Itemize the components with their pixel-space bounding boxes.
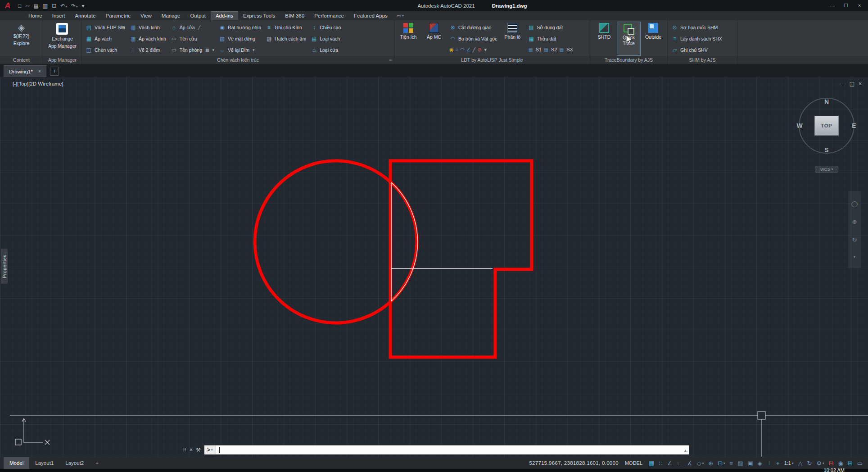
tab-add-ins[interactable]: Add-ins bbox=[211, 11, 238, 20]
clean-screen-icon[interactable]: ▭ bbox=[857, 460, 863, 466]
panel-label-shm[interactable]: SHM by AJS bbox=[668, 56, 737, 64]
button-ghi-chu-shv[interactable]: ▱Ghi chú SHV bbox=[670, 44, 723, 55]
new-drawing-tab-button[interactable]: + bbox=[50, 67, 59, 76]
redo-icon[interactable]: ↷▾ bbox=[71, 3, 78, 9]
lineweight-icon[interactable]: ≡ bbox=[730, 460, 733, 466]
viewcube-wcs-menu[interactable]: WCS ▾ bbox=[815, 166, 838, 172]
object-snap-icon[interactable]: ⊡▾ bbox=[718, 460, 725, 466]
button-ap-cua[interactable]: ⌂Áp cửa╱ bbox=[169, 22, 216, 33]
tab-view[interactable]: View bbox=[136, 11, 157, 20]
viewport-restore-icon[interactable]: ◱ bbox=[850, 81, 854, 87]
circle-mini-icon[interactable]: ◉ bbox=[449, 47, 454, 52]
command-customize-icon[interactable]: ⚒ bbox=[196, 447, 201, 453]
close-button[interactable]: × bbox=[853, 0, 866, 11]
angle-mini-icon[interactable]: ∠ bbox=[466, 47, 471, 52]
line-mini-icon[interactable]: ╱ bbox=[473, 47, 476, 52]
tab-express-tools[interactable]: Express Tools bbox=[238, 11, 280, 20]
viewport-minimize-icon[interactable]: — bbox=[840, 81, 845, 87]
viewcube-south[interactable]: S bbox=[824, 146, 828, 154]
button-ap-vach[interactable]: ▦Áp vách bbox=[84, 33, 127, 44]
tab-featured-apps[interactable]: Featured Apps bbox=[349, 11, 393, 20]
zoom-icon[interactable]: ⊕ bbox=[852, 219, 857, 225]
outside-button[interactable]: Outside bbox=[642, 22, 665, 56]
button-cat-duong-giao[interactable]: ⊗Cắt đường giao bbox=[448, 22, 498, 33]
dynamic-input-icon[interactable]: + bbox=[776, 460, 780, 466]
button-vach-eup-sw[interactable]: ▤Vách EUP SW bbox=[84, 22, 127, 33]
model-space-label[interactable]: MODEL bbox=[625, 460, 642, 466]
open-file-icon[interactable]: ▱ bbox=[25, 3, 29, 9]
command-close-icon[interactable]: × bbox=[190, 447, 193, 453]
qat-dropdown-icon[interactable]: ▾ bbox=[81, 3, 84, 9]
steering-wheel-icon[interactable]: ◯ bbox=[851, 201, 858, 207]
command-grip-icon[interactable]: ⠿ bbox=[183, 447, 186, 453]
layout-tab-model[interactable]: Model bbox=[4, 457, 29, 469]
viewcube-west[interactable]: W bbox=[796, 122, 802, 129]
grid-toggle-icon[interactable]: ▦ bbox=[649, 460, 654, 466]
plot-icon[interactable]: ⊟ bbox=[52, 3, 56, 9]
viewcube-top-face[interactable]: TOP bbox=[814, 116, 839, 136]
grid-mini-icon[interactable]: ▦ bbox=[205, 48, 209, 52]
tab-insert[interactable]: Insert bbox=[47, 11, 70, 20]
button-ap-vach-kinh[interactable]: ▥Áp vách kính bbox=[128, 33, 167, 44]
trim-mini-icon[interactable]: ⊘ bbox=[477, 47, 481, 52]
graphics-performance-icon[interactable]: ⊞ bbox=[848, 460, 853, 466]
isodraft-icon[interactable]: ◇▾ bbox=[697, 460, 704, 466]
tab-home[interactable]: Home bbox=[23, 11, 47, 20]
tab-bim-360[interactable]: BIM 360 bbox=[280, 11, 309, 20]
recent-commands-icon[interactable]: ▴ bbox=[684, 448, 687, 453]
viewport-controls-label[interactable]: [-][Top][2D Wireframe] bbox=[13, 81, 63, 86]
caret-icon[interactable]: ▾ bbox=[253, 48, 255, 52]
tab-output[interactable]: Output bbox=[185, 11, 211, 20]
new-file-icon[interactable]: □ bbox=[18, 3, 21, 9]
autoscale-icon[interactable]: ↻ bbox=[807, 460, 812, 466]
button-hatch-cach-am[interactable]: ▨Hatch cách âm bbox=[264, 33, 307, 44]
button-loai-cua[interactable]: ⌂Loại cửa bbox=[309, 44, 342, 55]
button-chieu-cao[interactable]: ↕Chiều cao bbox=[309, 22, 342, 33]
button-loai-vach[interactable]: ▤Loại vách bbox=[309, 33, 342, 44]
button-s2[interactable]: ▤S2 bbox=[543, 47, 557, 52]
transparency-icon[interactable]: ▨ bbox=[737, 460, 743, 466]
button-chen-vach[interactable]: ◫Chèn vách bbox=[84, 44, 127, 55]
panel-overflow-icon[interactable]: » bbox=[389, 56, 392, 64]
properties-palette-tab[interactable]: Properties bbox=[1, 248, 8, 284]
navbar-caret-icon[interactable]: ▾ bbox=[854, 255, 856, 259]
tab-parametric[interactable]: Parametric bbox=[101, 11, 136, 20]
workspace-switching-icon[interactable]: ⚙▾ bbox=[816, 460, 824, 466]
button-so-hoa-moc-shm[interactable]: ⊙Sơ họa mốc SHM bbox=[670, 22, 723, 33]
tien-ich-button[interactable]: Tiện ích bbox=[397, 22, 420, 56]
ring-mini-icon[interactable]: ○ bbox=[456, 47, 459, 52]
command-input[interactable]: > ▾ ▴ bbox=[204, 445, 689, 455]
button-ten-cua[interactable]: ▭Tên cửa bbox=[169, 33, 216, 44]
panel-label-traceboundary[interactable]: TraceBoundary by AJS bbox=[590, 56, 667, 64]
new-layout-button[interactable]: + bbox=[90, 457, 104, 469]
layout-tab-layout2[interactable]: Layout2 bbox=[59, 457, 90, 469]
autocad-logo-icon[interactable]: A bbox=[0, 0, 15, 11]
viewport-close-icon[interactable]: × bbox=[859, 81, 862, 87]
panel-label-ldt[interactable]: LDT by AutoLISP Just Simple bbox=[394, 56, 590, 64]
ortho-mode-icon[interactable]: ∟ bbox=[677, 460, 683, 466]
button-ve-mat-dung[interactable]: ▧Vẽ mặt đứng bbox=[217, 33, 262, 44]
polar-tracking-icon[interactable]: ∡ bbox=[687, 460, 692, 466]
minimize-button[interactable]: — bbox=[826, 0, 839, 11]
save-as-icon[interactable]: ▥ bbox=[43, 3, 48, 9]
button-s3[interactable]: ▤S3 bbox=[559, 47, 572, 52]
panel-label-content[interactable]: Content bbox=[0, 56, 43, 64]
layout-tab-layout1[interactable]: Layout1 bbox=[29, 457, 59, 469]
button-thua-dat[interactable]: ▦Thửa đất bbox=[526, 33, 574, 44]
button-vach-kinh[interactable]: ▥Vách kính bbox=[128, 22, 167, 33]
model-space-canvas[interactable] bbox=[0, 77, 868, 457]
panel-label-arch[interactable]: Chèn vách kiến trúc» bbox=[82, 56, 394, 64]
tab-performance[interactable]: Performance bbox=[309, 11, 349, 20]
infer-constraints-icon[interactable]: ∠ bbox=[667, 460, 673, 466]
file-tab-drawing1[interactable]: Drawing1* × bbox=[4, 65, 46, 77]
annotation-scale-control[interactable]: 1:1▾ bbox=[784, 461, 794, 466]
ribbon-display-toggle[interactable]: ▭ ▾ bbox=[393, 11, 408, 20]
file-tab-close-icon[interactable]: × bbox=[38, 69, 41, 74]
button-ve-2-diem[interactable]: ∶Vẽ 2 điểm bbox=[128, 44, 167, 55]
button-dat-huong-nhin[interactable]: ◉Đặt hướng nhìn bbox=[217, 22, 262, 33]
caret-icon[interactable]: ▾ bbox=[484, 47, 487, 52]
snap-mode-icon[interactable]: ∷ bbox=[659, 460, 662, 466]
ap-mc-button[interactable]: Áp MC bbox=[422, 22, 446, 56]
button-bo-tron-vat-goc[interactable]: ◠Bo tròn và Vát góc bbox=[448, 33, 498, 44]
button-ve-lai-dim[interactable]: ↔Vẽ lại Dim▾ bbox=[217, 44, 262, 55]
